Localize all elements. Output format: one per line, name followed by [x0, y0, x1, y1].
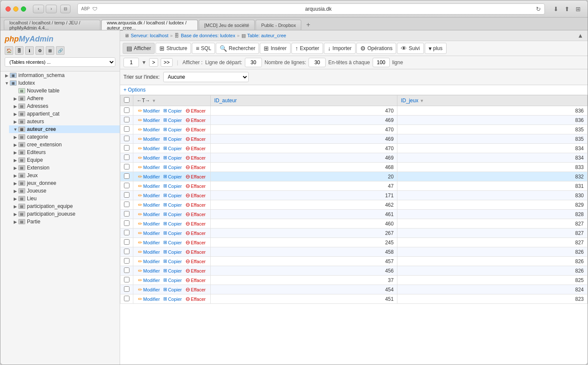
sidebar-item-auteurs[interactable]: ▶ ▤ auteurs: [9, 118, 120, 125]
en-tetes-input[interactable]: [373, 58, 390, 67]
th-id-jeux[interactable]: ID_jeux ▼: [397, 95, 588, 106]
tree-toggle-information-schema[interactable]: ▶: [4, 72, 10, 78]
tree-toggle-participation-joueuse[interactable]: ▶: [12, 211, 18, 217]
copier-button[interactable]: ⊞ Copier: [162, 296, 183, 302]
ligne-depart-input[interactable]: [245, 58, 262, 67]
modifier-button[interactable]: ✏ Modifier: [137, 183, 161, 190]
row-checkbox[interactable]: [124, 296, 129, 301]
sidebar-item-cree-extension[interactable]: ▶ ▤ cree_extension: [9, 141, 120, 148]
tree-toggle-adhere[interactable]: ▶: [12, 95, 18, 101]
row-checkbox[interactable]: [124, 145, 129, 151]
sidebar-item-categorie[interactable]: ▶ ▤ categorie: [9, 133, 120, 141]
row-checkbox[interactable]: [124, 220, 129, 226]
breadcrumb-collapse-button[interactable]: ▲: [577, 32, 583, 39]
sidebar-toggle-icon[interactable]: ⊞: [574, 5, 582, 13]
row-checkbox[interactable]: [124, 136, 129, 141]
sidebar-item-joueuse[interactable]: ▶ ▤ Joueuse: [9, 187, 120, 195]
page-last-button[interactable]: >>: [161, 58, 173, 67]
modifier-button[interactable]: ✏ Modifier: [137, 239, 161, 246]
row-checkbox[interactable]: [124, 211, 129, 217]
modifier-button[interactable]: ✏ Modifier: [137, 277, 161, 284]
tree-toggle-jeux[interactable]: ▶: [12, 172, 18, 178]
share-icon[interactable]: ⬆: [563, 5, 571, 13]
breadcrumb-server-link[interactable]: Serveur: localhost: [131, 33, 168, 38]
download-icon[interactable]: ⬇: [552, 5, 560, 13]
copier-button[interactable]: ⊞ Copier: [162, 249, 183, 255]
row-checkbox[interactable]: [124, 202, 129, 207]
tree-toggle-joueuse[interactable]: ▶: [12, 188, 18, 194]
modifier-button[interactable]: ✏ Modifier: [137, 173, 161, 180]
db-icon[interactable]: 🗄: [15, 46, 24, 55]
tree-toggle-partie[interactable]: ▶: [12, 219, 18, 225]
modifier-button[interactable]: ✏ Modifier: [137, 145, 161, 152]
settings-icon[interactable]: ⚙: [35, 46, 44, 55]
new-tab-button[interactable]: +: [304, 21, 312, 29]
effacer-button[interactable]: ⊖ Effacer: [184, 116, 207, 124]
effacer-button[interactable]: ⊖ Effacer: [184, 182, 207, 190]
toolbar-sql-button[interactable]: ≡ SQL: [192, 43, 215, 54]
copier-button[interactable]: ⊞ Copier: [162, 267, 183, 274]
modifier-button[interactable]: ✏ Modifier: [137, 230, 161, 237]
sidebar-item-adhere[interactable]: ▶ ▤ Adhere: [9, 95, 120, 102]
copier-button[interactable]: ⊞ Copier: [162, 258, 183, 264]
forward-button[interactable]: ›: [46, 5, 57, 13]
toolbar-rechercher-button[interactable]: 🔍 Rechercher: [216, 43, 259, 54]
recent-tables-select[interactable]: (Tables récentes) ...: [5, 57, 115, 67]
page-next-button[interactable]: >: [149, 58, 158, 67]
tab-1[interactable]: localhost / localhost / temp / JEU / php…: [4, 20, 100, 30]
sidebar-item-partie[interactable]: ▶ ▤ Partie: [9, 218, 120, 226]
tree-toggle-ludotex[interactable]: ▼: [4, 80, 10, 86]
modifier-button[interactable]: ✏ Modifier: [137, 126, 161, 133]
modifier-button[interactable]: ✏ Modifier: [137, 267, 161, 274]
sidebar-item-participation-equipe[interactable]: ▶ ▤ participation_equipe: [9, 202, 120, 210]
sidebar-item-auteur-cree[interactable]: ▼ ▤ auteur_cree: [9, 125, 120, 133]
page-number-input[interactable]: [123, 58, 139, 67]
toolbar-importer-button[interactable]: ↓ Importer: [324, 43, 356, 54]
toolbar-exporter-button[interactable]: ↑ Exporter: [291, 43, 323, 54]
modifier-button[interactable]: ✏ Modifier: [137, 286, 161, 293]
copier-button[interactable]: ⊞ Copier: [162, 230, 183, 236]
effacer-button[interactable]: ⊖ Effacer: [184, 267, 207, 274]
tree-toggle-jeux-donnee[interactable]: ▶: [12, 180, 18, 186]
copier-button[interactable]: ⊞ Copier: [162, 220, 183, 227]
row-checkbox[interactable]: [124, 173, 129, 179]
effacer-button[interactable]: ⊖ Effacer: [184, 229, 207, 237]
tree-item-information-schema[interactable]: ▶ ▦ information_schema: [0, 71, 120, 79]
modifier-button[interactable]: ✏ Modifier: [137, 136, 161, 142]
modifier-button[interactable]: ✏ Modifier: [137, 107, 161, 114]
copier-button[interactable]: ⊞ Copier: [162, 117, 183, 123]
tree-toggle-cree-extension[interactable]: ▶: [12, 142, 18, 148]
tree-toggle-lieu[interactable]: ▶: [12, 196, 18, 202]
tree-item-ludotex[interactable]: ▼ ▦ ludotex: [0, 79, 120, 87]
breadcrumb-db-link[interactable]: Base de données: ludotex: [181, 33, 235, 38]
row-checkbox[interactable]: [124, 277, 129, 282]
tree-toggle-adresses[interactable]: ▶: [12, 103, 18, 109]
effacer-button[interactable]: ⊖ Effacer: [184, 135, 207, 142]
tree-toggle-auteur-cree[interactable]: ▼: [12, 126, 18, 132]
effacer-button[interactable]: ⊖ Effacer: [184, 239, 207, 246]
effacer-button[interactable]: ⊖ Effacer: [184, 286, 207, 293]
copier-button[interactable]: ⊞ Copier: [162, 277, 183, 283]
copier-button[interactable]: ⊞ Copier: [162, 286, 183, 293]
tree-toggle-editeurs[interactable]: ▶: [12, 149, 18, 155]
row-checkbox[interactable]: [124, 267, 129, 273]
effacer-button[interactable]: ⊖ Effacer: [184, 163, 207, 171]
row-checkbox[interactable]: [124, 183, 129, 188]
effacer-button[interactable]: ⊖ Effacer: [184, 295, 207, 303]
effacer-button[interactable]: ⊖ Effacer: [184, 248, 207, 255]
toolbar-structure-button[interactable]: ⊞ Structure: [156, 43, 191, 54]
effacer-button[interactable]: ⊖ Effacer: [184, 154, 207, 161]
options-link[interactable]: + Options: [123, 87, 146, 93]
sidebar-item-lieu[interactable]: ▶ ▤ Lieu: [9, 195, 120, 202]
modifier-button[interactable]: ✏ Modifier: [137, 220, 161, 227]
filter-index-select[interactable]: Aucune: [163, 72, 249, 82]
effacer-button[interactable]: ⊖ Effacer: [184, 107, 207, 114]
row-checkbox[interactable]: [124, 164, 129, 169]
select-all-checkbox[interactable]: [124, 97, 129, 103]
sidebar-item-adresses[interactable]: ▶ ▤ Adresses: [9, 102, 120, 110]
modifier-button[interactable]: ✏ Modifier: [137, 202, 161, 208]
tab-3[interactable]: [MCD] Jeu de société: [199, 20, 255, 30]
tree-toggle-extension[interactable]: ▶: [12, 165, 18, 171]
modifier-button[interactable]: ✏ Modifier: [137, 296, 161, 303]
copier-button[interactable]: ⊞ Copier: [162, 192, 183, 199]
